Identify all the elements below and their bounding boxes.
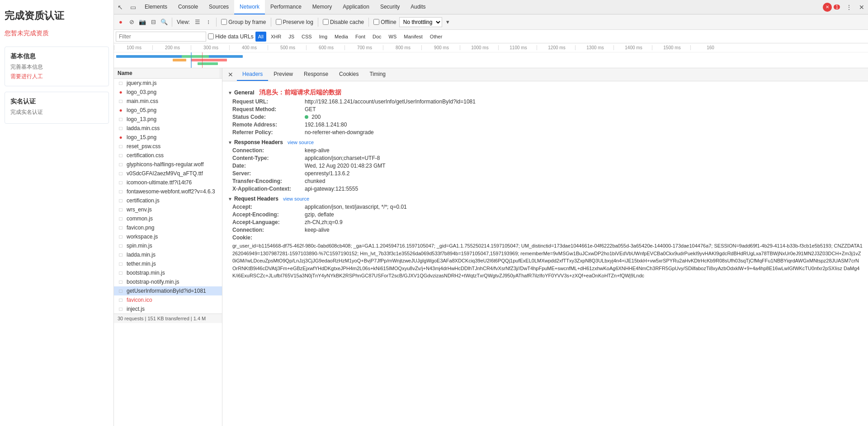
list-view-btn[interactable]: ☰ — [193, 17, 203, 27]
file-icon-19: □ — [118, 252, 124, 258]
general-section-header[interactable]: ▼ General 消息头：前端请求后端的数据 — [228, 89, 863, 97]
file-item-10[interactable]: □v0SdcGFAI2aezM9Vq_aFTQ.ttf — [114, 169, 222, 178]
filter-type-btn-font[interactable]: Font — [353, 32, 368, 42]
detail-tab-cookies[interactable]: Cookies — [334, 68, 364, 81]
file-item-14[interactable]: □wrs_env.js — [114, 205, 222, 214]
file-item-20[interactable]: □tether.min.js — [114, 259, 222, 268]
file-item-6[interactable]: ●logo_15.png — [114, 133, 222, 142]
group-by-frame-checkbox[interactable] — [221, 19, 227, 25]
filter-type-btn-other[interactable]: Other — [427, 32, 445, 42]
file-item-22[interactable]: □bootstrap-notify.min.js — [114, 277, 222, 286]
tab-application[interactable]: Application — [337, 0, 375, 14]
file-item-17[interactable]: □workspace.js — [114, 232, 222, 241]
file-item-21[interactable]: □bootstrap.min.js — [114, 268, 222, 277]
accept-encoding-value: gzip, deflate — [305, 211, 863, 218]
request-headers-view-source[interactable]: view source — [283, 196, 309, 201]
filter-type-btn-ws[interactable]: WS — [386, 32, 400, 42]
cursor-icon-btn[interactable]: ↖ — [114, 0, 127, 14]
response-headers-view-source[interactable]: view source — [288, 140, 314, 145]
file-item-13[interactable]: □certification.js — [114, 196, 222, 205]
content-type-key: Content-Type: — [232, 155, 305, 161]
detail-close-btn[interactable]: ✕ — [226, 70, 235, 79]
file-item-15[interactable]: □common.js — [114, 214, 222, 223]
status-code-key: Status Code: — [232, 114, 305, 120]
status-code-row: Status Code: 200 — [228, 114, 863, 120]
status-green-dot — [305, 115, 308, 119]
tabs-bar: ↖ ▭ Elements Console Sources Network Per… — [114, 0, 868, 14]
file-item-0[interactable]: □jquery.min.js — [114, 79, 222, 88]
filter-btn[interactable]: ⊟ — [148, 17, 158, 27]
record-btn[interactable]: ● — [116, 17, 126, 27]
disable-cache-label[interactable]: Disable cache — [330, 19, 364, 25]
filter-type-btn-all[interactable]: All — [255, 32, 266, 42]
disable-cache-checkbox[interactable] — [323, 19, 329, 25]
file-item-16[interactable]: □favicon.png — [114, 223, 222, 232]
offline-checkbox[interactable] — [373, 19, 379, 25]
file-item-9[interactable]: □glyphicons-halflings-regular.woff — [114, 160, 222, 169]
preserve-log-label[interactable]: Preserve log — [283, 19, 313, 25]
response-headers-section-header[interactable]: ▼ Response Headers view source — [228, 139, 863, 145]
group-by-frame-label[interactable]: Group by frame — [228, 19, 266, 25]
search-btn[interactable]: 🔍 — [159, 17, 169, 27]
file-item-4[interactable]: □logo_13.png — [114, 115, 222, 124]
filter-type-btn-js[interactable]: JS — [286, 32, 297, 42]
tab-sources[interactable]: Sources — [203, 0, 234, 14]
error-close-btn[interactable]: ✕ — [823, 3, 832, 12]
throttling-dropdown-btn[interactable]: ▾ — [443, 17, 453, 27]
basic-info-desc: 完善基本信息 — [10, 63, 103, 71]
preserve-log-checkbox[interactable] — [276, 19, 282, 25]
transfer-encoding-value: chunked — [305, 178, 863, 184]
general-arrow: ▼ — [228, 90, 232, 95]
file-name-2: main.min.css — [127, 98, 158, 104]
file-item-11[interactable]: □icomoon-ultimate.ttf?i14t76 — [114, 178, 222, 187]
waterfall-view-btn[interactable]: ⫶ — [203, 17, 213, 27]
filter-type-btn-media[interactable]: Media — [332, 32, 351, 42]
offline-label[interactable]: Offline — [381, 19, 396, 25]
tab-audits[interactable]: Audits — [405, 0, 431, 14]
basic-info-action: 需要进行人工 — [10, 73, 103, 80]
file-item-19[interactable]: □ladda.min.js — [114, 250, 222, 259]
close-devtools-btn[interactable]: ✕ — [855, 0, 868, 14]
file-item-3[interactable]: ●logo_05.png — [114, 106, 222, 115]
more-options-btn[interactable]: ⋮ — [843, 0, 855, 14]
detail-tab-timing[interactable]: Timing — [364, 68, 391, 81]
file-item-5[interactable]: □ladda.min.css — [114, 124, 222, 133]
tab-memory[interactable]: Memory — [307, 0, 337, 14]
tab-console[interactable]: Console — [173, 0, 203, 14]
detail-tab-response[interactable]: Response — [298, 68, 334, 81]
filter-type-btn-xhr[interactable]: XHR — [268, 32, 284, 42]
device-icon-btn[interactable]: ▭ — [127, 0, 139, 14]
file-item-12[interactable]: □fontawesome-webfont.woff2?v=4.6.3 — [114, 187, 222, 196]
detail-tab-headers[interactable]: Headers — [237, 68, 268, 81]
file-item-18[interactable]: □spin.min.js — [114, 241, 222, 250]
tab-elements[interactable]: Elements — [139, 0, 173, 14]
throttling-select[interactable]: No throttling — [399, 17, 442, 27]
file-name-10: v0SdcGFAI2aezM9Vq_aFTQ.ttf — [127, 170, 203, 177]
detail-tab-preview[interactable]: Preview — [268, 68, 298, 81]
camera-btn[interactable]: 📷 — [137, 17, 147, 27]
file-icon-16: □ — [118, 225, 124, 231]
filter-type-btn-css[interactable]: CSS — [299, 32, 315, 42]
stop-btn[interactable]: ⊘ — [127, 17, 137, 27]
file-item-23[interactable]: □getUserInformationById?id=1081 — [114, 286, 222, 295]
filter-type-btn-manifest[interactable]: Manifest — [401, 32, 425, 42]
file-item-25[interactable]: □inject.js — [114, 304, 222, 314]
tab-performance[interactable]: Performance — [265, 0, 307, 14]
tab-network[interactable]: Network — [234, 0, 265, 14]
file-item-24[interactable]: □favicon.ico — [114, 295, 222, 304]
file-item-8[interactable]: □certification.css — [114, 151, 222, 160]
hide-data-urls-cb[interactable] — [208, 33, 214, 39]
detail-tabs: ✕ Headers Preview Response Cookies Timin… — [222, 68, 868, 81]
filter-type-btn-img[interactable]: Img — [316, 32, 330, 42]
cookie-key: Cookie: — [232, 234, 305, 241]
file-name-3: logo_05.png — [127, 107, 156, 113]
filter-input[interactable] — [116, 32, 206, 42]
tab-security[interactable]: Security — [375, 0, 405, 14]
separator-2 — [216, 18, 217, 27]
file-item-1[interactable]: ●logo_03.png — [114, 88, 222, 97]
file-item-7[interactable]: □reset_psw.css — [114, 142, 222, 151]
request-headers-section-header[interactable]: ▼ Request Headers view source — [228, 196, 863, 202]
file-item-2[interactable]: □main.min.css — [114, 97, 222, 106]
filter-type-btn-doc[interactable]: Doc — [370, 32, 384, 42]
hide-data-urls-label[interactable]: Hide data URLs — [215, 33, 254, 40]
